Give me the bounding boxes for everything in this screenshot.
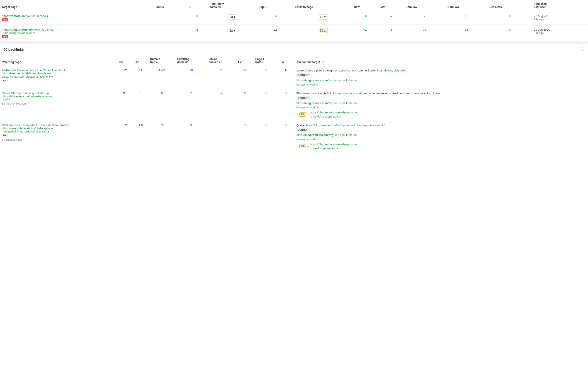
col-new: New xyxy=(352,0,378,11)
ref-domains-dropdown[interactable]: 23 ▾ xyxy=(228,14,237,20)
table-row: https://blog.remote.com/why-you-should-b… xyxy=(0,25,588,42)
links-to-page-cell: 50 ▴ xyxy=(294,25,352,42)
target-page-link[interactable]: https://blog.remote.com/why-you-should-b… xyxy=(2,28,54,35)
ext-cell: 52 xyxy=(236,66,254,89)
col-ext: Ext. xyxy=(236,55,254,66)
col-nofollow: Nofollow xyxy=(446,0,488,11)
target-page-cell: https://blog.remote.com/why-you-should-b… xyxy=(0,25,154,42)
col-lost: Lost xyxy=(378,0,404,11)
col-dofollow: Dofollow xyxy=(404,0,446,11)
referring-page-url-link[interactable]: https://www.cubido.at/blog/challenges-de… xyxy=(2,127,53,133)
redirect-line: ↳ 308 → https://blog.remote.com/why-you-… xyxy=(296,142,586,150)
referring-page-link[interactable]: Challenges der Teamarbeit in der aktuell… xyxy=(2,124,70,127)
col-dr: DR xyxy=(118,55,133,66)
redirect-url-link[interactable]: https://blog.remote.com/why-you-should-b… xyxy=(310,110,358,119)
col-ur: UR xyxy=(133,55,148,66)
referring-domains-cell: 0 xyxy=(175,121,207,153)
col-ur: UR xyxy=(187,0,208,11)
top-dr-cell: 92 xyxy=(257,25,294,42)
section-header-icon: ⋮ xyxy=(580,47,584,52)
lang-badge: EN xyxy=(2,79,8,82)
anchor-link[interactable]: https://blog.remote.com/why-you-should-b… xyxy=(306,124,384,127)
status-badge-404: 404 xyxy=(2,36,8,38)
dofollow-cell: 39 xyxy=(404,25,446,42)
redirect-url-link[interactable]: https://blog.remote.com/why-you-should-b… xyxy=(310,142,358,150)
table-row: Online Startup Coaching - hitstartup htt… xyxy=(0,89,588,121)
first-last-seen-cell: 23 Aug 2018 3 h ago xyxy=(532,11,588,25)
redirect-arrow-label: → xyxy=(307,144,310,148)
dropdown-arrow-icon: ▾ xyxy=(316,83,318,86)
ref-domains-cell: 22 ▾ xyxy=(208,25,257,42)
dropdown-arrow-icon: ▾ xyxy=(8,98,10,101)
ref-domains-dropdown[interactable]: 22 ▾ xyxy=(228,28,237,33)
anchor-url-cell: Quelle: https://blog.remote.com/why-you-… xyxy=(295,121,588,153)
new-cell: +3 xyxy=(352,11,378,25)
redirect-arrow-icon: ↳ xyxy=(296,112,298,116)
referring-page-cell: Online Startup Coaching - hitstartup htt… xyxy=(0,89,118,121)
dofollow-cell: 7 xyxy=(404,11,446,25)
nofollow-cell: 11 xyxy=(446,25,488,42)
redirects-cell: 0 xyxy=(488,25,532,42)
col-referring-domains: Referringdomains xyxy=(175,55,207,66)
links-dropdown-highlighted[interactable]: 50 ▴ xyxy=(318,28,328,33)
target-url-link[interactable]: https://blog.remote.com/why-you-should-b… xyxy=(296,79,356,86)
domain-traffic-cell: 76 xyxy=(148,121,176,153)
kw-cell: 0 xyxy=(278,89,295,121)
target-url-link[interactable]: https://blog.remote.com/why-you-should-b… xyxy=(296,134,356,141)
col-redirects: Redirects xyxy=(488,0,532,11)
anchor-link[interactable]: relevant blog post xyxy=(383,69,405,72)
dropdown-arrow-icon: ▾ xyxy=(317,106,319,109)
col-anchor-url: Anchor and target URL xyxy=(295,55,588,66)
table-row: https://remote.com/outsourceseo ▾ 404 0 … xyxy=(0,11,588,25)
redirect-arrow-label: → xyxy=(307,112,310,116)
referring-page-link[interactable]: Online Startup Coaching - hitstartup xyxy=(2,92,49,95)
col-links-to-page: Links to page xyxy=(294,0,352,11)
dropdown-arrow-icon: ▾ xyxy=(317,138,319,141)
dr-cell: 32 xyxy=(118,121,133,153)
anchor-link[interactable]: asynchronous work xyxy=(337,92,362,95)
col-domain-traffic: Domaintraffic xyxy=(148,55,176,66)
domain-traffic-cell: 0 xyxy=(148,89,176,121)
ref-domains-cell: 23 ▾ xyxy=(208,11,257,25)
target-pages-table: Target page Status UR Referring ▾domains… xyxy=(0,0,588,42)
anchor-url-cell: This startup coaching is built for async… xyxy=(295,89,588,121)
backlinks-section: 50 backlinks ⋮ Referring page DR UR Doma… xyxy=(0,44,588,153)
kw-cell: 0 xyxy=(278,121,295,153)
author-label: By Abishek Muthian xyxy=(2,102,116,105)
table-row: All-Remote Management | The GitLab Handb… xyxy=(0,66,588,89)
dr-cell: 3.6 xyxy=(118,89,133,121)
page-traffic-cell: 0 xyxy=(254,121,278,153)
ext-cell: 19 xyxy=(236,121,254,153)
content-badge: CONTENT xyxy=(296,96,310,100)
caret-down-icon: ▾ xyxy=(324,15,326,18)
referring-page-url-link[interactable]: https://handbook.gitlab.com/handbook/com… xyxy=(2,72,53,78)
referring-page-cell: All-Remote Management | The GitLab Handb… xyxy=(0,66,118,89)
ext-cell: 9 xyxy=(236,89,254,121)
top-dr-cell: 86 xyxy=(257,11,294,25)
content-badge: CONTENT xyxy=(296,128,310,132)
dropdown-arrow-icon: ▾ xyxy=(52,75,53,78)
col-status: Status xyxy=(154,0,187,11)
col-top-dr: Top DR xyxy=(257,0,294,11)
target-url-link[interactable]: https://blog.remote.com/why-you-should-b… xyxy=(296,102,356,109)
page-traffic-cell: 5 xyxy=(254,66,278,89)
referring-page-url-link[interactable]: https://hitstartup.com/online-startup-co… xyxy=(2,95,53,101)
target-page-link[interactable]: https://remote.com/outsourceseo ▾ xyxy=(2,14,48,18)
dropdown-arrow-icon: ▾ xyxy=(48,130,49,133)
col-linked-domains: Linkeddomains xyxy=(207,55,236,66)
col-target-page: Target page xyxy=(0,0,154,11)
referring-page-link[interactable]: All-Remote Management | The GitLab Handb… xyxy=(2,68,66,72)
col-referring-domains[interactable]: Referring ▾domains xyxy=(208,0,257,11)
page-traffic-cell: 0 xyxy=(254,89,278,121)
kw-cell: 11 xyxy=(278,66,295,89)
linked-domains-cell: 8 xyxy=(207,121,236,153)
ur-cell: 11 xyxy=(133,66,148,89)
col-first-last-seen: First seenLast seen xyxy=(532,0,588,11)
linked-domains-cell: 7 xyxy=(207,89,236,121)
lang-badge: DE xyxy=(2,134,8,137)
col-page-traffic[interactable]: Page ▾traffic xyxy=(254,55,278,66)
anchor-url-cell: Lebre shares a potent thought on asynchr… xyxy=(295,66,588,89)
links-dropdown[interactable]: 65 ▾ xyxy=(318,14,328,20)
dropdown-arrow-icon: ▾ xyxy=(33,31,35,35)
redirect-badge: 308 xyxy=(300,112,306,116)
